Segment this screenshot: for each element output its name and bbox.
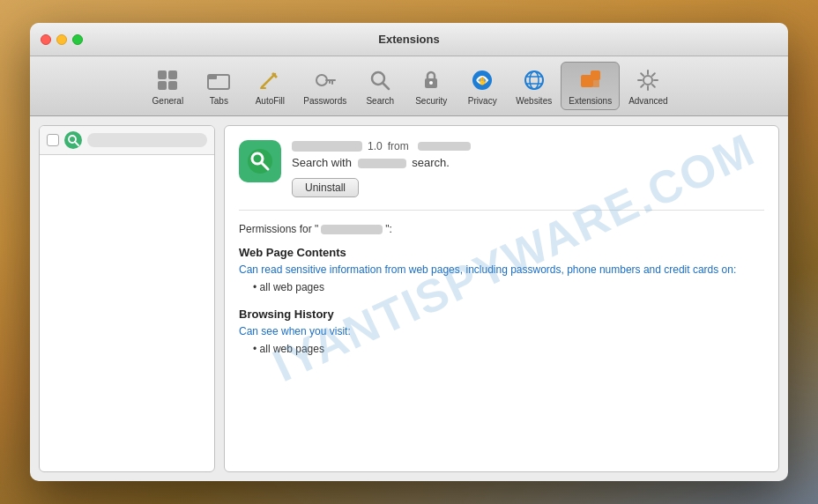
uninstall-button[interactable]: Uninstall (292, 178, 359, 197)
extension-header: 1.0 from Search with search. Uninstall (239, 140, 764, 211)
svg-point-26 (643, 76, 652, 85)
permissions-prefix: Permissions for " (239, 223, 318, 235)
svg-rect-1 (168, 70, 177, 79)
svg-line-32 (652, 85, 655, 87)
sidebar-header (40, 126, 214, 155)
toolbar-item-autofill[interactable]: AutoFill (245, 63, 294, 109)
tabs-icon (204, 66, 233, 94)
ext-search-name-placeholder (358, 159, 406, 168)
perm-history-title: Browsing History (239, 308, 764, 321)
svg-text:✋: ✋ (478, 76, 488, 86)
ext-search-suffix: search. (412, 156, 450, 169)
toolbar-item-passwords[interactable]: Passwords (296, 63, 353, 109)
permissions-title: Permissions for "": (239, 223, 764, 235)
extension-detail-panel: 1.0 from Search with search. Uninstall (224, 125, 779, 472)
perm-history-item-1: all web pages (253, 343, 764, 355)
svg-rect-2 (158, 81, 167, 90)
main-content: 1.0 from Search with search. Uninstall (30, 116, 788, 481)
sidebar-search-bar (87, 133, 207, 147)
autofill-label: AutoFill (256, 96, 285, 106)
privacy-icon: ✋ (468, 66, 496, 94)
extensions-icon (576, 66, 605, 94)
toolbar: General Tabs (30, 56, 788, 116)
toolbar-item-privacy[interactable]: ✋ Privacy (457, 63, 507, 109)
toolbar-item-advanced[interactable]: Advanced (621, 63, 674, 109)
perm-web-item-1: all web pages (253, 281, 764, 293)
maximize-button[interactable] (72, 34, 83, 45)
toolbar-item-extensions[interactable]: Extensions (561, 62, 620, 110)
ext-search-with: Search with (292, 156, 352, 169)
svg-point-16 (429, 81, 433, 85)
perm-history-list: all web pages (239, 343, 764, 355)
privacy-label: Privacy (468, 96, 497, 106)
safari-extensions-window: Extensions General (30, 23, 788, 481)
title-bar: Extensions (30, 23, 788, 56)
advanced-label: Advanced (628, 96, 667, 106)
toolbar-item-general[interactable]: General (143, 63, 192, 109)
ext-from-label: from (388, 140, 409, 152)
svg-line-33 (652, 73, 655, 76)
ext-version: 1.0 (368, 140, 383, 152)
permission-web-page-contents: Web Page Contents Can read sensitive inf… (239, 246, 764, 293)
extension-icon (239, 140, 281, 182)
svg-line-6 (262, 74, 275, 87)
websites-icon (520, 66, 548, 94)
search-icon (366, 66, 394, 94)
extension-info: 1.0 from Search with search. Uninstall (292, 140, 764, 197)
svg-rect-24 (591, 70, 600, 80)
advanced-icon (634, 66, 662, 94)
sidebar-extension-list (40, 155, 214, 162)
toolbar-item-websites[interactable]: Websites (509, 63, 559, 109)
ext-desc-row: Search with search. (292, 156, 764, 169)
svg-rect-5 (208, 75, 217, 79)
perm-web-title: Web Page Contents (239, 246, 764, 259)
svg-line-36 (75, 142, 78, 145)
perm-web-desc: Can read sensitive information from web … (239, 263, 764, 278)
toolbar-item-tabs[interactable]: Tabs (194, 63, 243, 109)
svg-point-19 (525, 71, 543, 89)
perm-web-list: all web pages (239, 281, 764, 293)
toolbar-item-search[interactable]: Search (355, 63, 405, 109)
extensions-label: Extensions (569, 96, 612, 106)
extensions-sidebar (39, 125, 215, 472)
sidebar-checkbox[interactable] (47, 134, 59, 146)
passwords-icon (311, 66, 339, 94)
ext-name-row: 1.0 from (292, 140, 764, 152)
permissions-section: Permissions for "": Web Page Contents Ca… (239, 223, 764, 355)
passwords-label: Passwords (303, 96, 346, 106)
search-label: Search (366, 96, 394, 106)
ext-name-placeholder (292, 141, 362, 152)
minimize-button[interactable] (56, 34, 67, 45)
perm-name-placeholder (321, 225, 383, 234)
tabs-label: Tabs (210, 96, 228, 106)
security-icon (417, 66, 445, 94)
svg-rect-3 (168, 81, 177, 90)
general-label: General (152, 96, 184, 106)
svg-line-34 (642, 85, 644, 87)
close-button[interactable] (41, 34, 51, 45)
sidebar-ext-icon (64, 131, 82, 149)
permission-browsing-history: Browsing History Can see when you visit:… (239, 308, 764, 355)
general-icon (153, 66, 182, 94)
svg-line-31 (642, 73, 644, 76)
websites-label: Websites (516, 96, 552, 106)
traffic-lights (41, 34, 83, 45)
svg-point-20 (530, 71, 539, 89)
svg-rect-25 (592, 80, 599, 87)
permissions-suffix: ": (385, 223, 392, 235)
security-label: Security (415, 96, 447, 106)
perm-history-desc: Can see when you visit: (239, 324, 764, 339)
ext-from-placeholder (418, 142, 471, 151)
toolbar-item-security[interactable]: Security (406, 63, 456, 109)
window-title: Extensions (378, 33, 439, 46)
svg-line-14 (383, 84, 390, 90)
autofill-icon (256, 66, 284, 94)
svg-rect-0 (158, 70, 167, 79)
